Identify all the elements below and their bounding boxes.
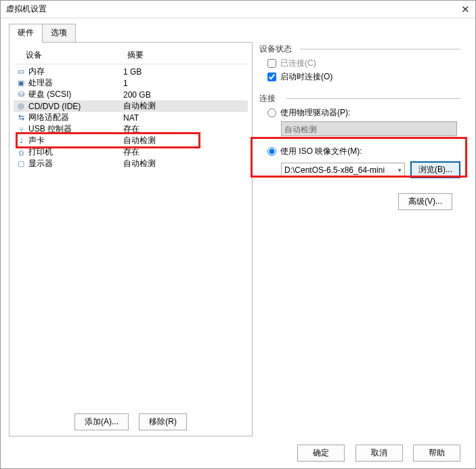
device-summary: 存在 (123, 123, 245, 135)
cd-icon: ◎ (16, 102, 26, 110)
window-title: 虚拟机设置 (6, 3, 450, 15)
device-label: USB 控制器 (28, 123, 123, 135)
sound-icon: ♩ (16, 136, 26, 145)
ok-button[interactable]: 确定 (297, 445, 345, 462)
browse-button[interactable]: 浏览(B)... (410, 161, 460, 178)
device-label: 内存 (28, 66, 123, 77)
device-row[interactable]: ⇆网络适配器NAT (14, 112, 248, 123)
device-summary: NAT (123, 113, 245, 123)
legend-status: 设备状态 (259, 43, 292, 55)
dialog-footer: 确定 取消 帮助 (293, 445, 464, 462)
device-summary: 1 (123, 79, 245, 88)
device-summary: 1 GB (123, 67, 245, 77)
device-row[interactable]: ♩声卡自动检测 (14, 135, 248, 146)
settings-pane: 设备状态 已连接(C) 启动时连接(O) 连接 使用物理驱动器(P): 自 (253, 42, 467, 436)
device-row[interactable]: ◎CD/DVD (IDE)自动检测 (14, 100, 248, 112)
legend-connection: 连接 (259, 93, 276, 104)
device-label: 声卡 (28, 135, 123, 146)
remove-button[interactable]: 移除(R) (139, 413, 187, 430)
tab-hardware[interactable]: 硬件 (9, 24, 43, 43)
cpu-icon: ▣ (16, 79, 26, 87)
device-label: 打印机 (28, 146, 123, 158)
tab-strip: 硬件 选项 (9, 24, 475, 43)
device-label: 处理器 (28, 77, 123, 89)
device-label: 显示器 (28, 158, 123, 169)
device-summary: 200 GB (123, 90, 245, 100)
radio-iso-file[interactable]: 使用 ISO 映像文件(M): (267, 146, 460, 157)
iso-path-combo[interactable]: D:\CentOS-6.5-x86_64-mini ▾ (281, 163, 405, 178)
add-button[interactable]: 添加(A)... (74, 413, 129, 430)
memory-icon: ▭ (16, 67, 26, 76)
display-icon: ▢ (16, 159, 26, 168)
device-row[interactable]: ⎙打印机存在 (14, 146, 248, 158)
checkbox-connect-at-power[interactable]: 启动时连接(O) (267, 71, 460, 83)
device-label: CD/DVD (IDE) (28, 102, 123, 111)
close-icon[interactable]: ✕ (450, 3, 470, 16)
radio-physical-drive[interactable]: 使用物理驱动器(P): (267, 107, 460, 119)
disk-icon: ⛁ (16, 90, 26, 99)
device-row[interactable]: ▣处理器1 (14, 77, 248, 89)
net-icon: ⇆ (16, 113, 26, 122)
col-summary: 摘要 (127, 49, 144, 61)
device-summary: 自动检测 (123, 100, 245, 112)
device-label: 网络适配器 (28, 112, 123, 123)
device-list-pane: 设备 摘要 ▭内存1 GB▣处理器1⛁硬盘 (SCSI)200 GB◎CD/DV… (9, 42, 253, 436)
device-row[interactable]: ⛁硬盘 (SCSI)200 GB (14, 89, 248, 100)
device-summary: 自动检测 (123, 158, 245, 169)
device-row[interactable]: ▢显示器自动检测 (14, 158, 248, 169)
chevron-down-icon: ▾ (398, 167, 402, 174)
tab-options[interactable]: 选项 (43, 24, 76, 43)
usb-icon: ⑂ (16, 125, 26, 134)
device-summary: 存在 (123, 146, 245, 158)
printer-icon: ⎙ (16, 148, 26, 157)
group-device-status: 设备状态 已连接(C) 启动时连接(O) (259, 45, 460, 87)
cancel-button[interactable]: 取消 (355, 445, 403, 462)
advanced-button[interactable]: 高级(V)... (398, 193, 452, 210)
device-label: 硬盘 (SCSI) (28, 89, 123, 100)
help-button[interactable]: 帮助 (413, 445, 460, 462)
checkbox-connected[interactable]: 已连接(C) (267, 58, 460, 69)
device-summary: 自动检测 (123, 135, 245, 146)
col-device: 设备 (26, 49, 127, 61)
title-bar: 虚拟机设置 ✕ (1, 1, 475, 18)
group-connection: 连接 使用物理驱动器(P): 自动检测 使用 ISO 映像文件(M): D:\C… (259, 94, 460, 182)
device-header: 设备 摘要 (14, 48, 248, 64)
device-row[interactable]: ▭内存1 GB (14, 66, 248, 77)
device-row[interactable]: ⑂USB 控制器存在 (14, 123, 248, 135)
physical-drive-select[interactable]: 自动检测 (281, 121, 457, 136)
